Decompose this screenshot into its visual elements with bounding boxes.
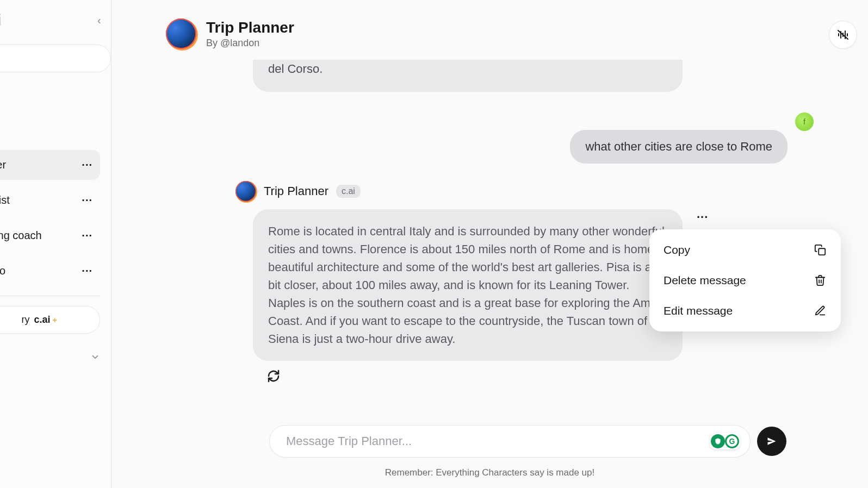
grammarly-badge-icon[interactable]: [711, 434, 725, 448]
bot-message-header: Trip Planner c.ai: [235, 181, 814, 202]
sidebar-item-dating-coach[interactable]: Dating coach ···: [0, 221, 100, 251]
premium-prefix: ry: [21, 314, 29, 326]
character-author: By @landon: [206, 37, 294, 49]
trash-icon: [814, 274, 827, 287]
refresh-icon: [267, 370, 280, 383]
regenerate-button[interactable]: [266, 368, 281, 384]
send-icon: [766, 436, 777, 447]
bot-message-bubble: Rome is located in central Italy and is …: [253, 209, 683, 361]
edit-icon: [814, 304, 827, 317]
chevron-down-icon: [90, 352, 100, 362]
sidebar-item-trip-planner[interactable]: anner ···: [0, 150, 100, 180]
sidebar-item-menu-icon[interactable]: ···: [82, 194, 92, 207]
bot-message-text: del Corso.: [268, 62, 323, 76]
sidebar-item-ologist[interactable]: ologist ···: [0, 185, 100, 215]
message-input[interactable]: [286, 434, 703, 448]
cai-badge: c.ai: [336, 185, 361, 198]
sidebar-item-label: ologist: [0, 194, 10, 207]
disclaimer-text: Remember: Everything Characters say is m…: [166, 467, 814, 478]
context-menu-delete[interactable]: Delete message: [649, 265, 841, 296]
context-menu-delete-label: Delete message: [664, 274, 746, 287]
sidebar-item-label: anner: [0, 159, 6, 171]
user-avatar[interactable]: f: [795, 112, 814, 131]
message-actions-button[interactable]: ···: [693, 207, 711, 228]
sidebar-divider: [0, 296, 100, 296]
copy-icon: [814, 243, 827, 256]
context-menu-copy-label: Copy: [664, 243, 690, 256]
svg-line-5: [838, 30, 848, 39]
sidebar-item-menu-icon[interactable]: ···: [82, 265, 92, 277]
grammarly-icon[interactable]: G: [725, 434, 739, 448]
context-menu-edit[interactable]: Edit message: [649, 296, 841, 326]
brand-logo[interactable]: .ai: [0, 11, 1, 29]
user-message-row: what other cities are close to Rome f: [166, 110, 814, 164]
character-title: Trip Planner: [206, 19, 294, 36]
sidebar-item-label: Dating coach: [0, 229, 42, 242]
sidebar-item-mario[interactable]: Mario ···: [0, 256, 100, 286]
bot-message-text: Rome is located in central Italy and is …: [268, 224, 667, 346]
sidebar-item-label: Mario: [0, 265, 5, 277]
bot-avatar-small[interactable]: [235, 181, 256, 202]
bot-message-partial: del Corso.: [253, 60, 683, 92]
waveform-icon: [836, 28, 850, 41]
context-menu-copy[interactable]: Copy: [649, 235, 841, 265]
sidebar-item-menu-icon[interactable]: ···: [82, 229, 92, 242]
character-avatar[interactable]: [166, 18, 196, 49]
send-button[interactable]: [757, 427, 786, 456]
character-list: anner ··· ologist ··· Dating coach ··· M…: [0, 150, 111, 286]
sidebar: .ai ‹‹ e ver anner ··· ologist ··· Datin…: [0, 0, 111, 488]
user-initial: f: [803, 117, 805, 126]
premium-pill[interactable]: ry c.ai+: [0, 306, 100, 334]
svg-rect-6: [819, 248, 825, 255]
message-context-menu: Copy Delete message Edit message: [649, 229, 841, 331]
discover-link[interactable]: ver: [0, 83, 111, 107]
user-message-text: what other cities are close to Rome: [585, 140, 772, 153]
user-menu[interactable]: uoh: [0, 343, 111, 362]
message-input-container: G: [269, 425, 751, 458]
composer-area: G Remember: Everything Characters say is…: [111, 425, 868, 488]
main-panel: Trip Planner By @landon del Corso. what …: [111, 0, 868, 488]
context-menu-edit-label: Edit message: [664, 304, 733, 317]
bot-name-label: Trip Planner: [264, 184, 328, 198]
sidebar-item-menu-icon[interactable]: ···: [82, 159, 92, 171]
collapse-sidebar-button[interactable]: ‹‹: [97, 14, 98, 27]
chat-header: Trip Planner By @landon: [111, 0, 868, 54]
plus-icon: +: [52, 316, 57, 324]
extension-icons: G: [710, 433, 740, 449]
premium-brand: c.ai: [34, 314, 50, 326]
user-message-bubble: what other cities are close to Rome: [570, 130, 788, 164]
voice-mode-button[interactable]: [829, 21, 857, 49]
create-pill[interactable]: e: [0, 45, 111, 72]
